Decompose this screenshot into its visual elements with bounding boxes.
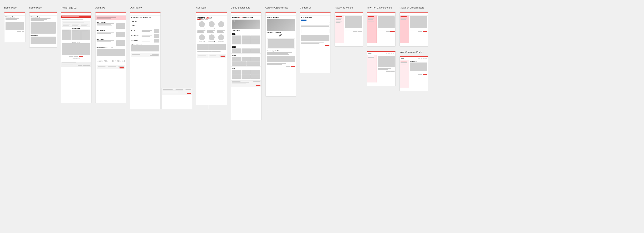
con-footer-btns (301, 45, 330, 46)
cfb1[interactable] (325, 45, 330, 46)
nm-left-lines (368, 56, 376, 60)
ncorprl2 (410, 73, 421, 73)
logo-nw (336, 14, 339, 14)
support-block (62, 22, 90, 27)
hfb2[interactable] (154, 55, 158, 56)
wireframe-team[interactable]: Meet the ETEam Christina Wong (196, 12, 227, 105)
wireframe-home1[interactable]: Empowering (4, 12, 26, 42)
day-img (96, 49, 125, 56)
nerb1[interactable] (386, 31, 390, 32)
ner-lines (378, 29, 394, 30)
nwrb1[interactable] (353, 31, 358, 32)
hfb1[interactable] (150, 55, 154, 56)
team-bottom-lines (198, 51, 226, 52)
wireframe-home2[interactable]: Empowering Empowering (29, 12, 57, 48)
video-img (268, 39, 294, 48)
tf-row (198, 55, 225, 56)
about-hero (96, 16, 126, 20)
con-blue-btn[interactable] (301, 20, 306, 21)
textarea1[interactable] (301, 29, 330, 33)
con-text-block (301, 42, 330, 44)
programs-section: Our Programs (62, 28, 90, 40)
y24c3 (251, 36, 260, 40)
f-l1 (48, 45, 52, 45)
field3[interactable] (301, 26, 330, 28)
mission-section: Our Mission (96, 30, 125, 37)
btn3[interactable] (79, 56, 83, 57)
wireframe-nav-mentors[interactable] (367, 51, 396, 86)
col3 (81, 24, 89, 26)
ef-row (232, 81, 260, 82)
y21c1 (232, 70, 241, 74)
lines2 (30, 18, 56, 21)
wireframe-about[interactable]: Our Purpose Our Mission (95, 12, 126, 103)
nwrb2[interactable] (358, 31, 362, 32)
person2: Christina Wong (207, 21, 216, 29)
nmrb1[interactable] (386, 71, 390, 72)
nwrl2 (345, 30, 358, 30)
logo-ent (232, 14, 235, 14)
nmrb2[interactable] (390, 71, 394, 72)
ob2[interactable] (290, 66, 295, 67)
ncrb2[interactable] (423, 31, 427, 32)
con-img1 (301, 35, 330, 41)
ncrb1[interactable] (418, 31, 422, 32)
wireframe-nav-corporate[interactable]: Empowering (400, 56, 428, 91)
wireframe-nav-who[interactable] (334, 12, 363, 47)
play-button[interactable] (279, 34, 282, 37)
opps-lines (266, 52, 295, 55)
wireframe-nav-corp-top[interactable] (400, 12, 428, 47)
wireframe-nav-ent[interactable] (367, 12, 396, 47)
pl2 (62, 31, 67, 32)
ob1[interactable] (286, 66, 290, 67)
nav-nm (367, 52, 396, 55)
td3 (217, 30, 226, 33)
nerb2[interactable] (390, 31, 394, 32)
nell3 (368, 21, 374, 22)
wireframe-ent[interactable]: Meet the ETEntrepreneurs 20 2 Current Co… (231, 12, 262, 120)
nwll3 (336, 21, 342, 22)
opps-section: Current Opportunities (266, 50, 295, 67)
tf-btn[interactable] (220, 56, 225, 57)
wireframe-homev2[interactable]: Our Programs (61, 12, 92, 103)
y22c5 (246, 61, 260, 66)
efl2 (253, 81, 260, 82)
field2[interactable] (301, 24, 330, 26)
person6-name: Christina Wong (218, 41, 224, 42)
wireframe-history[interactable]: A Trip Down ETE's Memory Lane 2018 ↓ 202… (130, 12, 161, 109)
btn2[interactable] (74, 56, 78, 57)
team-btn2[interactable] (201, 19, 204, 20)
y2024-cards (232, 36, 260, 40)
afb1[interactable] (120, 67, 124, 69)
ent-hero: Meet the ETEntrepreneurs 20 2 Current Co… (231, 16, 261, 32)
hist2-btn[interactable] (187, 93, 191, 94)
ef-btn[interactable] (256, 85, 260, 86)
nw-left-lines (336, 16, 343, 23)
y22c2 (242, 57, 251, 61)
cl2 (301, 43, 320, 44)
ncorprb1[interactable] (418, 74, 422, 75)
hr-p-lines (142, 30, 153, 32)
ncll1 (400, 18, 407, 19)
hril1 (142, 40, 152, 40)
btn1[interactable] (69, 56, 74, 57)
about-footer-btn (98, 67, 124, 69)
v2-t2 (62, 20, 79, 21)
ncorprb2[interactable] (423, 74, 427, 75)
sg6 (81, 25, 86, 26)
nav-hist (130, 13, 160, 16)
team-btn3[interactable] (205, 19, 208, 20)
field1[interactable] (301, 22, 330, 23)
sg2 (63, 25, 69, 26)
col1 (63, 24, 71, 26)
hrpl2 (142, 31, 150, 32)
y23c3 (251, 49, 260, 53)
h2l2 (176, 89, 183, 90)
success-label: Success Stories (62, 42, 90, 43)
person4-img (199, 35, 205, 40)
af3 (118, 66, 124, 67)
team-btn1[interactable] (198, 19, 200, 20)
pt3 (96, 26, 112, 26)
wireframe-contact[interactable]: Get in touch! (300, 12, 331, 73)
wireframe-careers[interactable]: Join our mission! What a day at ETE look… (265, 12, 296, 97)
